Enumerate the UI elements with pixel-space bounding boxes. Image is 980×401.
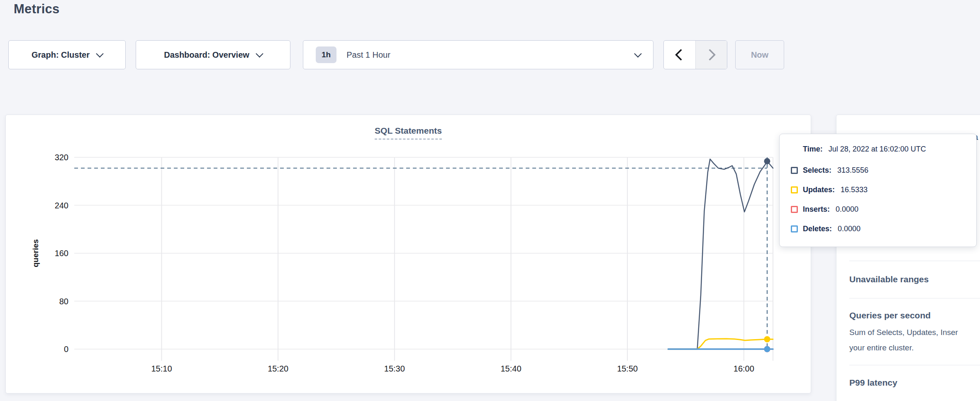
chevron-down-icon bbox=[96, 50, 103, 57]
prev-time-button[interactable] bbox=[664, 41, 695, 69]
series-swatch-icon bbox=[791, 206, 798, 213]
graph-scope-dropdown[interactable]: Graph: Cluster bbox=[8, 40, 126, 69]
now-button[interactable]: Now bbox=[735, 40, 784, 69]
time-range-label: Past 1 Hour bbox=[346, 50, 390, 60]
tooltip-series-label: Deletes: bbox=[803, 225, 832, 233]
chevron-left-icon bbox=[675, 49, 687, 61]
y-tick-label: 80 bbox=[59, 297, 68, 306]
tooltip-time-label: Time: bbox=[803, 145, 823, 153]
y-tick-label: 320 bbox=[55, 153, 68, 162]
tooltip-series-value: 16.5333 bbox=[841, 186, 868, 194]
series-line-selects bbox=[668, 159, 773, 349]
y-tick-label: 240 bbox=[55, 201, 68, 210]
x-tick-label: 16:00 bbox=[734, 364, 754, 373]
dashboard-dropdown[interactable]: Dashboard: Overview bbox=[136, 40, 290, 69]
divider bbox=[849, 261, 980, 261]
sidebar-description-line: your entire cluster. bbox=[849, 340, 958, 355]
series-line-updates bbox=[668, 339, 773, 349]
sql-statements-card: SQL Statements 08016024032015:1015:2015:… bbox=[5, 115, 811, 394]
x-tick-label: 15:40 bbox=[500, 364, 521, 373]
page-title: Metrics bbox=[14, 2, 60, 17]
hover-dot-deletes bbox=[764, 346, 770, 352]
sidebar-description: Sum of Selects, Updates, Inser your enti… bbox=[849, 325, 958, 355]
tooltip-series-label: Selects: bbox=[803, 166, 831, 175]
hover-dot-updates bbox=[764, 336, 770, 342]
hover-dot-selects bbox=[764, 158, 770, 164]
tooltip-series-value: 0.0000 bbox=[838, 225, 861, 233]
tooltip-series-label: Inserts: bbox=[803, 205, 830, 214]
x-tick-label: 15:30 bbox=[384, 364, 405, 373]
tooltip-series-value: 313.5556 bbox=[837, 166, 868, 175]
tooltip-series-value: 0.0000 bbox=[836, 205, 858, 214]
chevron-down-icon bbox=[634, 50, 641, 57]
chevron-down-icon bbox=[256, 50, 263, 57]
x-tick-label: 15:20 bbox=[268, 364, 288, 373]
series-swatch-icon bbox=[791, 225, 798, 232]
tooltip-time-row: Time:Jul 28, 2022 at 16:02:00 UTC bbox=[803, 145, 976, 161]
divider bbox=[849, 365, 980, 365]
time-nav-group bbox=[663, 40, 727, 69]
series-swatch-icon bbox=[791, 186, 798, 193]
dashboard-label: Dashboard: Overview bbox=[164, 50, 249, 60]
metrics-page: { "header": { "title": "Metrics" }, "too… bbox=[0, 0, 980, 401]
x-tick-label: 15:50 bbox=[617, 364, 638, 373]
x-tick-label: 15:10 bbox=[151, 364, 172, 373]
sidebar-heading-p99-latency: P99 latency bbox=[849, 378, 897, 388]
sidebar-description-line: Sum of Selects, Updates, Inser bbox=[849, 325, 958, 340]
sidebar-heading-queries-per-second: Queries per second bbox=[849, 311, 931, 320]
tooltip-rows: Selects:313.5556Updates:16.5333Inserts:0… bbox=[791, 161, 976, 239]
chart-hover-tooltip: Time:Jul 28, 2022 at 16:02:00 UTC Select… bbox=[779, 134, 977, 247]
y-tick-label: 160 bbox=[55, 249, 68, 258]
next-time-button[interactable] bbox=[695, 41, 727, 69]
y-axis-label: queries bbox=[31, 239, 40, 267]
tooltip-series-label: Updates: bbox=[803, 186, 835, 194]
series-swatch-icon bbox=[791, 167, 798, 174]
tooltip-series-row: Deletes:0.0000 bbox=[791, 219, 976, 239]
tooltip-series-row: Selects:313.5556 bbox=[791, 161, 976, 180]
divider bbox=[849, 298, 980, 298]
sidebar-heading-unavailable-ranges: Unavailable ranges bbox=[849, 274, 929, 284]
sql-statements-chart[interactable]: 08016024032015:1015:2015:3015:4015:5016:… bbox=[6, 115, 811, 393]
tooltip-series-row: Inserts:0.0000 bbox=[791, 200, 976, 219]
tooltip-series-row: Updates:16.5333 bbox=[791, 180, 976, 200]
y-tick-label: 0 bbox=[64, 345, 68, 354]
time-range-picker[interactable]: 1h Past 1 Hour bbox=[303, 40, 653, 69]
chevron-right-icon bbox=[704, 49, 716, 61]
time-range-badge: 1h bbox=[316, 46, 336, 63]
graph-scope-label: Graph: Cluster bbox=[32, 50, 90, 60]
tooltip-time-value: Jul 28, 2022 at 16:02:00 UTC bbox=[829, 145, 926, 153]
